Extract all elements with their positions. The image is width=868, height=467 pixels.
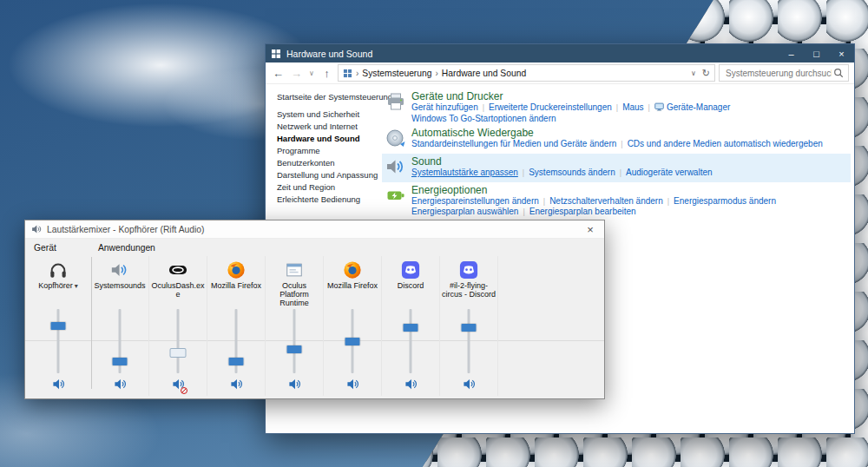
channel-name: Kopfhörer: [38, 281, 73, 290]
link-systemlautstaerke-anpassen[interactable]: Systemlautstärke anpassen: [411, 168, 518, 177]
link-separator: |: [621, 140, 622, 148]
headphones-icon: [49, 259, 68, 281]
volume-slider[interactable]: [382, 307, 439, 375]
device-group-label: Gerät: [34, 243, 56, 253]
link-energiesparmodus[interactable]: Energiesparmodus ändern: [674, 196, 776, 206]
link-energiesparplan-auswaehlen[interactable]: Energiesparplan auswählen: [411, 207, 518, 216]
search-input[interactable]: [724, 68, 833, 79]
titlebar: Lautstärkemixer - Kopfhörer (Rift Audio)…: [25, 220, 604, 239]
breadcrumb-chevron-icon: ›: [435, 69, 437, 78]
section-energieoptionen: Energieoptionen Energiespareinstellungen…: [382, 182, 851, 219]
slider-thumb[interactable]: [462, 324, 477, 332]
mute-slash-icon: [181, 387, 187, 394]
mixer-channel-kopfhoerer: Kopfhörer▾: [25, 256, 91, 396]
recent-pages-chevron-icon[interactable]: ∨: [307, 69, 316, 77]
slider-track[interactable]: [57, 309, 60, 373]
minimize-button[interactable]: –: [779, 44, 804, 62]
link-maus[interactable]: Maus: [622, 102, 643, 112]
link-energiesparplan-bearbeiten[interactable]: Energiesparplan bearbeiten: [529, 207, 636, 216]
volume-slider[interactable]: [324, 307, 381, 375]
search-box[interactable]: [719, 64, 849, 82]
section-title-geraete-drucker[interactable]: Geräte und Drucker: [411, 90, 847, 102]
slider-track[interactable]: [177, 309, 180, 373]
link-systemsounds-aendern[interactable]: Systemsounds ändern: [529, 168, 615, 177]
mute-button[interactable]: [404, 378, 418, 393]
sidebar-item-system-sicherheit[interactable]: System und Sicherheit: [277, 109, 377, 121]
link-erweiterte-druckereinstellungen[interactable]: Erweiterte Druckereinstellungen: [489, 102, 612, 112]
generic-app-icon: [285, 259, 304, 281]
forward-arrow-icon[interactable]: →: [289, 68, 304, 79]
volume-slider[interactable]: [149, 307, 207, 375]
volume-slider[interactable]: [91, 307, 148, 375]
system-sounds-icon: [110, 259, 129, 281]
volume-slider[interactable]: [266, 307, 323, 375]
slider-track[interactable]: [293, 309, 296, 373]
sidebar-item-programme[interactable]: Programme: [277, 145, 377, 157]
mute-button[interactable]: [172, 378, 185, 393]
sidebar-item-darstellung[interactable]: Darstellung und Anpassung: [277, 169, 377, 181]
address-dropdown-icon[interactable]: ∨: [691, 69, 696, 77]
window-title: Hardware und Sound: [286, 49, 372, 59]
chevron-down-icon[interactable]: ▾: [75, 282, 78, 290]
link-standardeinstellungen-medien[interactable]: Standardeinstellungen für Medien und Ger…: [411, 139, 616, 148]
slider-thumb[interactable]: [345, 338, 360, 345]
slider-thumb[interactable]: [171, 349, 186, 357]
mute-button[interactable]: [463, 378, 476, 393]
channel-name: Mozilla Firefox: [324, 281, 381, 307]
slider-thumb[interactable]: [51, 322, 66, 330]
link-geraete-manager[interactable]: Geräte-Manager: [667, 102, 730, 112]
mute-button[interactable]: [114, 378, 127, 393]
power-battery-icon[interactable]: [385, 184, 411, 217]
mute-button[interactable]: [230, 378, 243, 393]
sidebar-item-netzwerk-internet[interactable]: Netzwerk und Internet: [277, 121, 377, 133]
section-title-sound[interactable]: Sound: [411, 155, 847, 168]
up-arrow-icon[interactable]: ↑: [319, 68, 334, 79]
sidebar-item-benutzerkonten[interactable]: Benutzerkonten: [277, 157, 377, 169]
link-separator: |: [667, 197, 669, 206]
sidebar-item-zeit-region[interactable]: Zeit und Region: [277, 181, 377, 194]
mute-button[interactable]: [288, 378, 301, 393]
slider-thumb[interactable]: [287, 345, 302, 353]
link-separator: |: [483, 103, 484, 112]
section-title-automatische-wiedergabe[interactable]: Automatische Wiedergabe: [411, 127, 847, 139]
slider-thumb[interactable]: [113, 358, 128, 365]
section-automatische-wiedergabe: Automatische Wiedergabe Standardeinstell…: [382, 125, 851, 154]
mixer-channel-il2-discord: #il-2-flying-circus - Discord: [440, 256, 498, 396]
autoplay-icon[interactable]: [385, 127, 411, 152]
printer-devices-icon[interactable]: [385, 90, 411, 123]
link-separator: |: [648, 103, 650, 112]
sound-speaker-icon[interactable]: [385, 155, 411, 181]
link-geraet-hinzufuegen[interactable]: Gerät hinzufügen: [411, 102, 478, 112]
mute-button[interactable]: [346, 378, 359, 393]
slider-track[interactable]: [468, 309, 470, 373]
link-separator: |: [616, 103, 618, 112]
link-cds-automatisch[interactable]: CDs und andere Medien automatisch wieder…: [628, 139, 823, 148]
volume-slider[interactable]: [25, 307, 91, 375]
close-button[interactable]: ×: [576, 220, 604, 239]
section-title-energieoptionen[interactable]: Energieoptionen: [411, 184, 847, 196]
address-bar[interactable]: › Systemsteuerung › Hardware und Sound ∨…: [338, 64, 715, 82]
breadcrumb-systemsteuerung[interactable]: Systemsteuerung: [362, 69, 431, 78]
refresh-icon[interactable]: ↻: [702, 68, 710, 79]
link-netzschalterverhalten[interactable]: Netzschalterverhalten ändern: [549, 196, 663, 206]
slider-track[interactable]: [410, 309, 412, 373]
mixer-channel-oculusdash: OculusDash.exe: [149, 256, 207, 396]
sidebar-item-erleichterte-bedienung[interactable]: Erleichterte Bedienung: [277, 194, 377, 206]
device-selector[interactable]: Kopfhörer▾: [25, 281, 91, 307]
sidebar-item-hardware-sound[interactable]: Hardware und Sound: [277, 133, 377, 145]
maximize-button[interactable]: □: [804, 44, 829, 62]
volume-slider[interactable]: [440, 307, 497, 375]
slider-thumb[interactable]: [404, 324, 418, 332]
link-windows-to-go[interactable]: Windows To Go-Startoptionen ändern: [411, 114, 556, 123]
sidebar-item-startseite[interactable]: Startseite der Systemsteuerung: [277, 91, 377, 103]
slider-thumb[interactable]: [229, 358, 244, 365]
close-button[interactable]: ×: [829, 44, 854, 62]
search-icon[interactable]: [833, 68, 844, 78]
volume-slider[interactable]: [207, 307, 265, 375]
back-arrow-icon[interactable]: ←: [271, 68, 286, 79]
link-audiogeraete-verwalten[interactable]: Audiogeräte verwalten: [626, 168, 713, 177]
link-energiespareinstellungen[interactable]: Energiespareinstellungen ändern: [411, 196, 539, 206]
mute-button[interactable]: [52, 378, 65, 393]
link-separator: |: [543, 197, 545, 206]
breadcrumb-hardware-und-sound[interactable]: Hardware und Sound: [442, 69, 526, 78]
